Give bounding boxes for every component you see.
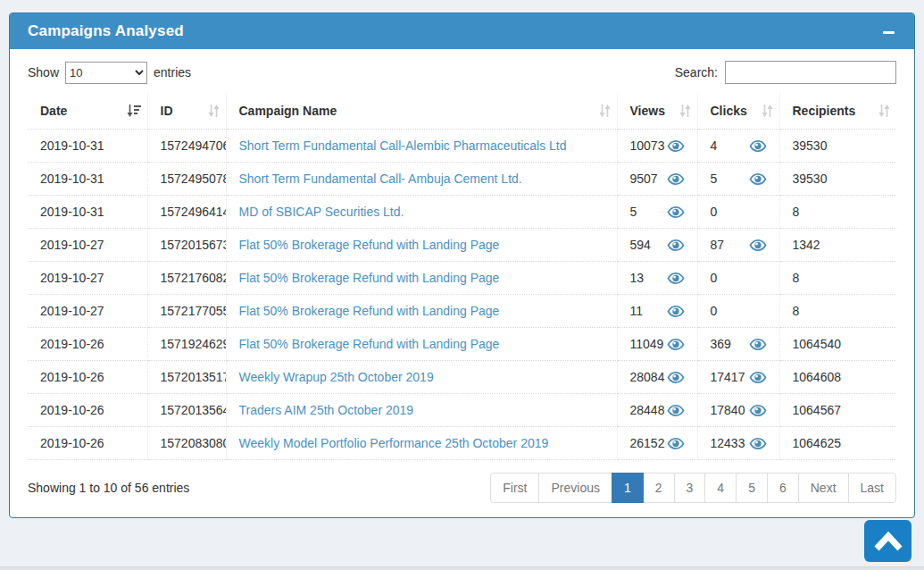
id-cell: 1572177055 xyxy=(147,295,226,328)
pagination-3[interactable]: 3 xyxy=(674,473,706,503)
views-cell: 11049 xyxy=(617,328,697,361)
id-cell: 1572494706 xyxy=(147,130,226,163)
campaign-cell: Flat 50% Brokerage Refund with Landing P… xyxy=(226,295,617,328)
views-eye-icon[interactable] xyxy=(667,239,685,251)
clicks-cell: 17417 xyxy=(697,361,779,394)
id-cell: 1572495078 xyxy=(147,163,226,196)
clicks-value: 17840 xyxy=(711,403,745,417)
sort-icon xyxy=(878,105,890,120)
column-header-label: Campaign Name xyxy=(239,104,337,118)
campaign-link[interactable]: Weekly Wrapup 25th October 2019 xyxy=(239,370,434,384)
pagination-4[interactable]: 4 xyxy=(704,473,737,503)
campaign-link[interactable]: MD of SBICAP Securities Ltd. xyxy=(239,205,404,219)
views-eye-icon[interactable] xyxy=(667,339,685,350)
pagination-6[interactable]: 6 xyxy=(767,473,799,503)
campaign-link[interactable]: Traders AIM 25th October 2019 xyxy=(239,403,414,417)
recipients-cell: 8 xyxy=(779,262,896,295)
table-row: 2019-10-26 1572083080 Weekly Model Portf… xyxy=(28,427,896,460)
column-header-id[interactable]: ID xyxy=(147,93,226,130)
clicks-eye-icon[interactable] xyxy=(749,140,767,152)
pagination-2[interactable]: 2 xyxy=(643,473,675,503)
views-value: 28448 xyxy=(630,403,665,417)
pagination-previous[interactable]: Previous xyxy=(538,473,612,503)
campaign-link[interactable]: Flat 50% Brokerage Refund with Landing P… xyxy=(239,304,500,318)
campaign-link[interactable]: Short Term Fundamental Call-Alembic Phar… xyxy=(239,138,567,153)
page-length-control: Show 10 entries xyxy=(28,62,191,84)
column-header-recipients[interactable]: Recipients xyxy=(779,93,896,130)
views-eye-icon[interactable] xyxy=(667,140,685,152)
panel-title: Campaigns Analysed xyxy=(28,22,881,40)
clicks-value: 369 xyxy=(711,337,731,351)
clicks-cell: 369 xyxy=(697,328,779,361)
clicks-eye-icon[interactable] xyxy=(749,173,767,185)
campaign-cell: MD of SBICAP Securities Ltd. xyxy=(226,196,617,229)
campaign-link[interactable]: Short Term Fundamental Call- Ambuja Ceme… xyxy=(239,172,522,186)
campaign-cell: Flat 50% Brokerage Refund with Landing P… xyxy=(226,262,617,295)
clicks-cell: 0 xyxy=(697,262,779,295)
column-header-label: Views xyxy=(630,104,665,118)
pagination-last[interactable]: Last xyxy=(848,473,896,503)
clicks-cell: 87 xyxy=(697,229,779,262)
table-row: 2019-10-27 1572015673 Flat 50% Brokerage… xyxy=(28,229,896,262)
pagination-1[interactable]: 1 xyxy=(612,473,644,503)
pagination-first[interactable]: First xyxy=(490,473,539,503)
campaign-link[interactable]: Flat 50% Brokerage Refund with Landing P… xyxy=(239,271,500,285)
search-control: Search: xyxy=(675,61,896,84)
views-eye-icon[interactable] xyxy=(667,405,685,416)
campaign-cell: Weekly Model Portfolio Performance 25th … xyxy=(226,427,617,460)
campaign-link[interactable]: Flat 50% Brokerage Refund with Landing P… xyxy=(239,337,500,351)
column-header-clicks[interactable]: Clicks xyxy=(697,93,779,130)
table-controls: Show 10 entries Search: xyxy=(28,61,896,84)
views-eye-icon[interactable] xyxy=(667,173,685,185)
views-cell: 5 xyxy=(617,196,697,229)
id-cell: 1572176082 xyxy=(147,262,226,295)
views-cell: 10073 xyxy=(617,130,697,163)
table-row: 2019-10-31 1572495078 Short Term Fundame… xyxy=(28,163,896,196)
pagination-5[interactable]: 5 xyxy=(736,473,768,503)
campaign-link[interactable]: Weekly Model Portfolio Performance 25th … xyxy=(239,436,549,450)
clicks-eye-icon[interactable] xyxy=(749,438,767,449)
campaign-link[interactable]: Flat 50% Brokerage Refund with Landing P… xyxy=(239,238,500,252)
views-eye-icon[interactable] xyxy=(667,206,685,218)
sort-icon xyxy=(208,105,220,120)
date-cell: 2019-10-26 xyxy=(28,328,147,361)
page-length-select[interactable]: 10 xyxy=(65,62,147,84)
column-header-views[interactable]: Views xyxy=(617,93,697,130)
date-cell: 2019-10-27 xyxy=(28,229,147,262)
views-cell: 9507 xyxy=(617,163,697,196)
clicks-value: 12433 xyxy=(711,436,745,450)
pagination-next[interactable]: Next xyxy=(798,473,849,503)
scroll-to-top-button[interactable] xyxy=(864,520,912,562)
column-header-campaign[interactable]: Campaign Name xyxy=(226,93,617,130)
views-cell: 11 xyxy=(617,295,697,328)
views-eye-icon[interactable] xyxy=(667,306,685,317)
clicks-value: 5 xyxy=(711,172,718,186)
views-value: 9507 xyxy=(630,172,658,186)
views-eye-icon[interactable] xyxy=(667,438,685,449)
clicks-eye-icon[interactable] xyxy=(749,339,767,350)
search-input[interactable] xyxy=(725,61,896,84)
clicks-eye-icon[interactable] xyxy=(749,239,767,251)
clicks-eye-icon[interactable] xyxy=(749,372,767,383)
campaign-cell: Traders AIM 25th October 2019 xyxy=(226,394,617,427)
column-header-label: ID xyxy=(161,104,173,118)
collapse-button[interactable] xyxy=(881,24,896,39)
views-eye-icon[interactable] xyxy=(667,272,685,284)
table-body: 2019-10-31 1572494706 Short Term Fundame… xyxy=(28,130,896,460)
clicks-value: 4 xyxy=(711,138,718,153)
clicks-cell: 4 xyxy=(697,130,779,163)
clicks-value: 0 xyxy=(711,271,718,285)
column-header-date[interactable]: Date xyxy=(28,93,147,130)
date-cell: 2019-10-31 xyxy=(28,196,147,229)
date-cell: 2019-10-26 xyxy=(28,394,147,427)
date-cell: 2019-10-31 xyxy=(28,130,147,163)
minus-icon xyxy=(883,31,895,34)
views-value: 11 xyxy=(630,304,644,318)
clicks-eye-icon[interactable] xyxy=(749,405,767,416)
search-label: Search: xyxy=(675,65,718,80)
id-cell: 1572013517 xyxy=(147,361,226,394)
recipients-cell: 1342 xyxy=(779,229,896,262)
clicks-cell: 5 xyxy=(697,163,779,196)
views-eye-icon[interactable] xyxy=(667,372,685,383)
clicks-cell: 0 xyxy=(697,196,779,229)
